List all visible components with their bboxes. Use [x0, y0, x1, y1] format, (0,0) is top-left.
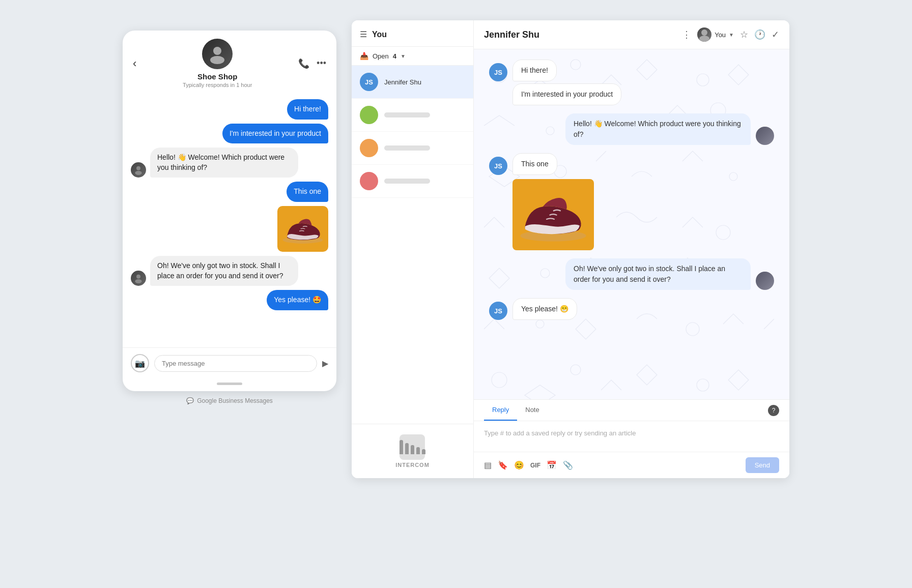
- chat-avatar-agent-1: [756, 127, 774, 145]
- chat-bubble-thisone: This one: [512, 153, 557, 175]
- chat-bubble-hi: Hi there!: [512, 60, 557, 81]
- conv-avatar-4: [360, 172, 378, 190]
- mobile-msg-7: Yes please! 🤩: [131, 290, 328, 310]
- svg-point-7: [701, 30, 707, 36]
- send-button[interactable]: Send: [746, 457, 779, 473]
- shop-name: Shoe Shop: [197, 72, 237, 81]
- avatar-svg-3: [133, 165, 144, 175]
- mobile-bubble-2: I'm interested in your product: [222, 124, 328, 144]
- calendar-icon[interactable]: 📅: [547, 460, 557, 470]
- mobile-avatar-3: [131, 162, 146, 178]
- chat-avatar-agent-2: [756, 272, 774, 290]
- phone-icon[interactable]: 📞: [298, 58, 309, 69]
- shoe-image-chat: [512, 179, 594, 250]
- you-dropdown-arrow[interactable]: ▼: [729, 32, 734, 38]
- inbox-icon: 📥: [360, 52, 368, 60]
- chat-msg-shoe: [489, 177, 774, 250]
- chat-msg-thisone: JS This one: [489, 153, 774, 175]
- home-indicator: [217, 383, 242, 385]
- tab-reply[interactable]: Reply: [484, 400, 517, 421]
- mobile-msg-6: Oh! We've only got two in stock. Shall I…: [131, 256, 328, 286]
- intercom-bars: [400, 440, 425, 454]
- chat-group-1: JS Hi there! I'm interested in your prod…: [489, 60, 774, 105]
- chat-avatar-js-2: JS: [489, 157, 507, 175]
- clock-button[interactable]: 🕐: [754, 29, 765, 40]
- conversation-list: JS Jennifer Shu: [352, 66, 473, 424]
- mobile-msg-5: [131, 206, 328, 252]
- svg-point-8: [699, 36, 709, 42]
- conv-item-4[interactable]: [352, 165, 473, 198]
- mobile-bubble-3: Hello! 👋 Welcome! Which product were you…: [150, 148, 298, 178]
- intercom-label: INTERCOM: [395, 462, 430, 468]
- shoe-image-mobile: [277, 206, 328, 252]
- chat-bubble-interested: I'm interested in your product: [512, 83, 621, 105]
- mobile-bubble-7: Yes please! 🤩: [267, 290, 328, 310]
- format-icon[interactable]: ▤: [484, 460, 492, 470]
- check-button[interactable]: ✓: [772, 29, 779, 40]
- header-avatar-icon: [697, 27, 711, 42]
- sidebar-header: ☰ You: [352, 20, 473, 47]
- conv-placeholder-4: [384, 179, 430, 184]
- bar-4: [416, 447, 420, 454]
- mobile-message-input[interactable]: [154, 355, 317, 372]
- star-button[interactable]: ☆: [740, 29, 748, 40]
- conv-avatar-2: [360, 106, 378, 124]
- conv-placeholder-3: [384, 145, 430, 151]
- bar-5: [422, 449, 425, 454]
- chat-group-4: Oh! We've only got two in stock. Shall I…: [489, 258, 774, 290]
- shoe-svg-chat: [515, 184, 591, 245]
- dropdown-arrow-icon[interactable]: ▼: [401, 53, 406, 59]
- chat-msg-yesplease: JS Yes please! 😁: [489, 298, 774, 320]
- chat-msg-interested: I'm interested in your product: [489, 83, 774, 105]
- chat-group-3: JS This one: [489, 153, 774, 250]
- avatar-svg-6: [133, 273, 144, 283]
- gif-icon[interactable]: GIF: [530, 462, 540, 469]
- chat-avatar-js-1: JS: [489, 63, 507, 81]
- conv-placeholder-2: [384, 112, 430, 117]
- tab-note[interactable]: Note: [517, 400, 547, 421]
- chat-msg-hi: JS Hi there!: [489, 60, 774, 81]
- mobile-header-icons: 📞 •••: [298, 58, 326, 69]
- chat-msg-stock: Oh! We've only got two in stock. Shall I…: [489, 258, 774, 290]
- chat-contact-name: Jennifer Shu: [484, 30, 674, 40]
- help-icon[interactable]: ?: [768, 405, 779, 416]
- mobile-send-button[interactable]: ▶: [322, 359, 328, 368]
- open-count: 4: [393, 52, 396, 60]
- attach-icon[interactable]: 📎: [563, 460, 573, 470]
- conv-avatar-jennifer: JS: [360, 73, 378, 91]
- chat-messages-area: JS Hi there! I'm interested in your prod…: [474, 49, 789, 399]
- mobile-msg-3: Hello! 👋 Welcome! Which product were you…: [131, 148, 328, 178]
- mobile-header: ‹ Shoe Shop Typically responds in 1 hour…: [123, 31, 336, 93]
- bar-3: [411, 445, 414, 454]
- reply-input-area[interactable]: Type # to add a saved reply or try sendi…: [474, 421, 789, 452]
- intercom-sidebar: ☰ You 📥 Open 4 ▼ JS Jennifer Shu: [352, 20, 474, 478]
- svg-point-0: [213, 47, 221, 55]
- mobile-bubble-4: This one: [287, 182, 328, 202]
- mobile-bubble-6: Oh! We've only got two in stock. Shall I…: [150, 256, 298, 286]
- mobile-avatar-6: [131, 271, 146, 286]
- conv-item-3[interactable]: [352, 132, 473, 165]
- svg-point-1: [210, 56, 224, 64]
- more-icon[interactable]: •••: [317, 58, 326, 69]
- shop-subtext: Typically responds in 1 hour: [183, 82, 252, 88]
- mobile-avatar-container: Shoe Shop Typically responds in 1 hour: [142, 39, 292, 88]
- mobile-input-area: 📷 ▶: [123, 347, 336, 378]
- camera-button[interactable]: 📷: [131, 354, 149, 372]
- emoji-icon[interactable]: 😊: [514, 460, 524, 470]
- more-options-button[interactable]: ⋮: [682, 29, 691, 40]
- conv-item-2[interactable]: [352, 99, 473, 132]
- hamburger-icon[interactable]: ☰: [360, 30, 367, 39]
- conv-item-jennifer[interactable]: JS Jennifer Shu: [352, 66, 473, 99]
- chat-header-icons: ⋮ You ▼ ☆ 🕐 ✓: [682, 27, 779, 42]
- svg-point-3: [135, 171, 141, 175]
- chat-group-5: JS Yes please! 😁: [489, 298, 774, 320]
- mobile-msg-2: I'm interested in your product: [131, 124, 328, 144]
- mobile-shop-avatar: [202, 39, 233, 69]
- bookmark-icon[interactable]: 🔖: [498, 460, 508, 470]
- chat-bubble-hello: Hello! 👋 Welcome! Which product were you…: [565, 113, 751, 145]
- intercom-ui: ☰ You 📥 Open 4 ▼ JS Jennifer Shu: [352, 20, 789, 478]
- back-button[interactable]: ‹: [133, 57, 136, 70]
- bar-1: [400, 440, 403, 454]
- svg-point-6: [135, 279, 141, 283]
- open-label: Open: [373, 52, 389, 60]
